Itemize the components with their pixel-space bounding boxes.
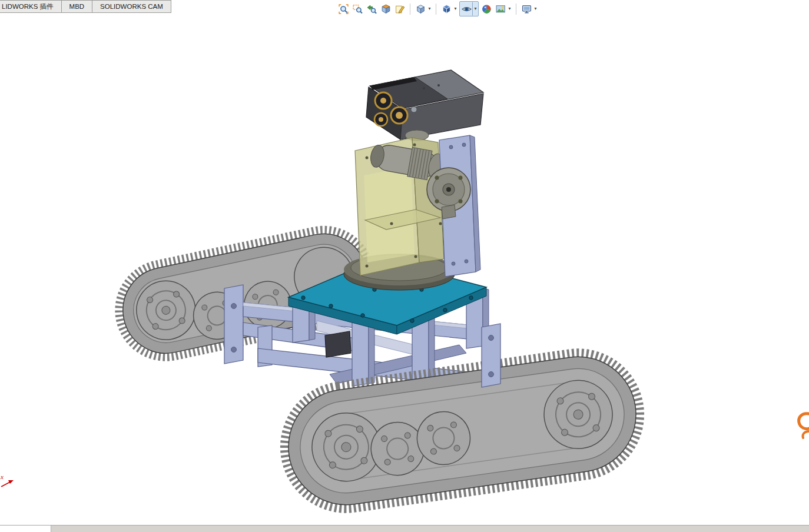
toolbar-separator xyxy=(410,4,410,15)
tab-solidworks-cam[interactable]: SOLIDWORKS CAM xyxy=(92,0,171,13)
view-orientation-cube-icon xyxy=(416,4,426,14)
controller-box xyxy=(325,331,351,357)
apply-scene-button[interactable] xyxy=(494,2,507,16)
display-style-cube-icon xyxy=(442,4,452,14)
hide-show-items-button[interactable] xyxy=(460,2,473,16)
edit-appearance-button[interactable] xyxy=(480,2,493,16)
right-mount-bracket[interactable] xyxy=(482,324,500,387)
camera-head[interactable] xyxy=(366,70,483,141)
heads-up-view-toolbar: ▾ ▾ ▾ xyxy=(337,1,538,16)
toolbar-separator xyxy=(436,4,436,15)
bracket-hole xyxy=(231,304,237,309)
view-settings-button[interactable] xyxy=(520,2,533,16)
view-orientation-dropdown[interactable]: ▾ xyxy=(427,2,432,16)
apply-scene-split: ▾ xyxy=(494,2,512,16)
display-style-button[interactable] xyxy=(440,2,453,16)
ribbon-tab-bar: LIDWORKS 插件 MBD SOLIDWORKS CAM xyxy=(0,0,171,13)
section-view-button[interactable] xyxy=(379,2,392,16)
display-style-split: ▾ xyxy=(440,2,458,16)
view-settings-split: ▾ xyxy=(520,2,538,16)
tab-mbd[interactable]: MBD xyxy=(62,0,93,13)
eye-icon xyxy=(462,4,472,14)
view-settings-dropdown[interactable]: ▾ xyxy=(533,2,538,16)
monitor-icon xyxy=(522,4,532,14)
zoom-to-fit-button[interactable] xyxy=(337,2,350,16)
hide-show-items-dropdown[interactable]: ▾ xyxy=(473,2,478,16)
axis-x-label: x xyxy=(0,473,4,480)
dynamic-annotation-views-button[interactable] xyxy=(393,2,406,16)
previous-view-button[interactable] xyxy=(365,2,378,16)
toolbar-separator xyxy=(516,4,516,15)
view-orientation-button[interactable] xyxy=(414,2,427,16)
annotation-pencil-icon xyxy=(395,4,405,14)
graphics-viewport[interactable]: x xyxy=(0,0,809,532)
bracket-hole xyxy=(231,347,237,353)
apply-scene-dropdown[interactable]: ▾ xyxy=(507,2,512,16)
section-view-icon xyxy=(381,4,391,14)
zoom-to-fit-icon xyxy=(339,4,349,14)
application-window: LIDWORKS 插件 MBD SOLIDWORKS CAM xyxy=(0,0,809,532)
tab-solidworks-addins[interactable]: LIDWORKS 插件 xyxy=(0,0,62,13)
scene-photo-icon xyxy=(496,4,506,14)
previous-view-icon xyxy=(367,4,377,14)
zoom-to-area-button[interactable] xyxy=(351,2,364,16)
appearance-ball-icon xyxy=(482,4,492,14)
hide-show-items-split: ▾ xyxy=(459,1,479,16)
view-orientation-split: ▾ xyxy=(414,2,432,16)
display-style-dropdown[interactable]: ▾ xyxy=(453,2,458,16)
status-bar-notch xyxy=(0,526,51,532)
axis-triad: x xyxy=(0,473,14,487)
brand-glyph xyxy=(799,414,809,438)
zoom-to-area-icon xyxy=(353,4,363,14)
status-bar xyxy=(0,525,809,532)
